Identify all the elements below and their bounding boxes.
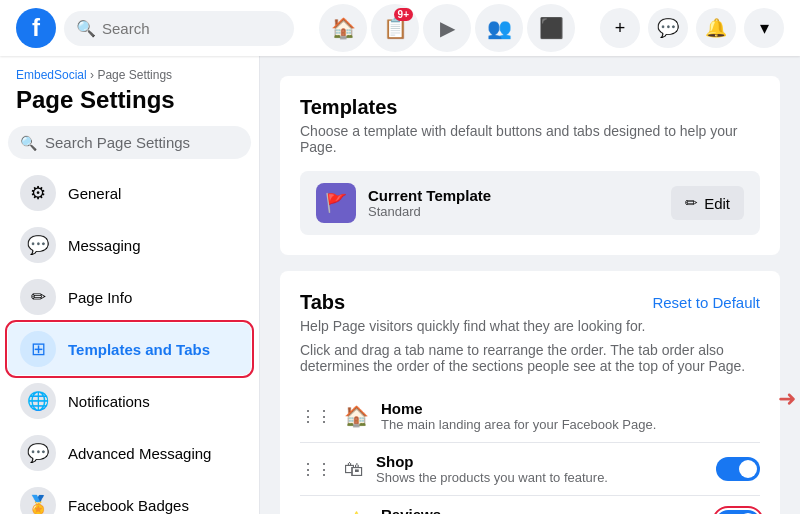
sidebar-item-label: Facebook Badges — [68, 497, 189, 514]
tabs-header: Tabs Reset to Default — [300, 291, 760, 314]
notifications-icon: 🌐 — [20, 383, 56, 419]
facebook-logo[interactable]: f — [16, 8, 56, 48]
tabs-card: Tabs Reset to Default Help Page visitors… — [280, 271, 780, 514]
tab-row-shop: ⋮⋮ 🛍 Shop Shows the products you want to… — [300, 443, 760, 496]
groups-nav-button[interactable]: 👥 — [475, 4, 523, 52]
breadcrumb: EmbedSocial › Page Settings — [8, 68, 251, 86]
breadcrumb-link[interactable]: EmbedSocial — [16, 68, 87, 82]
main-layout: EmbedSocial › Page Settings Page Setting… — [0, 56, 800, 514]
sidebar-item-general[interactable]: ⚙ General — [8, 167, 251, 219]
reviews-tab-icon: ⭐ — [344, 510, 369, 514]
sidebar-item-label: General — [68, 185, 121, 202]
nav-left: f 🔍 — [16, 8, 294, 48]
general-icon: ⚙ — [20, 175, 56, 211]
tab-info-shop: Shop Shows the products you want to feat… — [376, 453, 704, 485]
arrow-right-indicator: ➜ — [778, 386, 796, 412]
edit-icon: ✏ — [685, 194, 698, 212]
drag-handle-shop[interactable]: ⋮⋮ — [300, 460, 332, 479]
templates-title: Templates — [300, 96, 760, 119]
templates-card: Templates Choose a template with default… — [280, 76, 780, 255]
tabs-subtitle: Help Page visitors quickly find what the… — [300, 318, 760, 334]
messenger-button[interactable]: 💬 — [648, 8, 688, 48]
reset-to-default-link[interactable]: Reset to Default — [652, 294, 760, 311]
drag-handle-home[interactable]: ⋮⋮ — [300, 407, 332, 426]
breadcrumb-current: Page Settings — [97, 68, 172, 82]
reviews-toggle-slider — [716, 510, 760, 514]
tab-name-shop: Shop — [376, 453, 704, 470]
notification-badge: 9+ — [394, 8, 413, 21]
tabs-description: Click and drag a tab name to rearrange t… — [300, 342, 760, 374]
page-title: Page Settings — [8, 86, 251, 126]
edit-template-button[interactable]: ✏ Edit — [671, 186, 744, 220]
shop-toggle[interactable] — [716, 457, 760, 481]
notifications-button[interactable]: 🔔 — [696, 8, 736, 48]
edit-label: Edit — [704, 195, 730, 212]
facebook-badges-icon: 🏅 — [20, 487, 56, 514]
shop-tab-icon: 🛍 — [344, 458, 364, 481]
sidebar-search-input[interactable] — [45, 134, 239, 151]
top-nav: f 🔍 🏠 📋 9+ ▶ 👥 ⬛ + 💬 🔔 ▾ — [0, 0, 800, 56]
advanced-messaging-icon: 💬 — [20, 435, 56, 471]
create-button[interactable]: + — [600, 8, 640, 48]
gaming-nav-button[interactable]: ⬛ — [527, 4, 575, 52]
gaming-nav-icon: ⬛ — [539, 16, 564, 40]
sidebar-item-label: Advanced Messaging — [68, 445, 211, 462]
sidebar-item-label: Messaging — [68, 237, 141, 254]
nav-right: + 💬 🔔 ▾ — [600, 8, 784, 48]
tab-desc-home: The main landing area for your Facebook … — [381, 417, 760, 432]
template-flag-icon: 🚩 — [316, 183, 356, 223]
sidebar-item-page-info[interactable]: ✏ Page Info — [8, 271, 251, 323]
home-nav-button[interactable]: 🏠 — [319, 4, 367, 52]
watch-nav-button[interactable]: ▶ — [423, 4, 471, 52]
sidebar-item-label: Templates and Tabs — [68, 341, 210, 358]
templates-tabs-icon: ⊞ — [20, 331, 56, 367]
sidebar-item-label: Page Info — [68, 289, 132, 306]
reviews-toggle[interactable] — [716, 510, 760, 514]
tab-info-home: Home The main landing area for your Face… — [381, 400, 760, 432]
sidebar-item-templates-tabs[interactable]: ⊞ Templates and Tabs — [8, 323, 251, 375]
page-info-icon: ✏ — [20, 279, 56, 315]
nav-search-input[interactable] — [102, 20, 282, 37]
sidebar: EmbedSocial › Page Settings Page Setting… — [0, 56, 260, 514]
tabs-title: Tabs — [300, 291, 345, 314]
tab-row-reviews: ⋮⋮ ⭐ Reviews Shows reviews on your Page … — [300, 496, 760, 514]
messaging-icon: 💬 — [20, 227, 56, 263]
main-content: Templates Choose a template with default… — [260, 56, 800, 514]
sidebar-item-messaging[interactable]: 💬 Messaging — [8, 219, 251, 271]
groups-nav-icon: 👥 — [487, 16, 512, 40]
nav-center: 🏠 📋 9+ ▶ 👥 ⬛ — [294, 4, 600, 52]
tab-name-home: Home — [381, 400, 760, 417]
tab-name-reviews: Reviews — [381, 506, 704, 514]
tab-info-reviews: Reviews Shows reviews on your Page and a… — [381, 506, 704, 514]
tab-row-home: ⋮⋮ 🏠 Home The main landing area for your… — [300, 390, 760, 443]
sidebar-item-facebook-badges[interactable]: 🏅 Facebook Badges — [8, 479, 251, 514]
home-nav-icon: 🏠 — [331, 16, 356, 40]
sidebar-search-icon: 🔍 — [20, 135, 37, 151]
template-row: 🚩 Current Template Standard ✏ Edit — [300, 171, 760, 235]
sidebar-item-notifications[interactable]: 🌐 Notifications — [8, 375, 251, 427]
pages-nav-button[interactable]: 📋 9+ — [371, 4, 419, 52]
nav-search-bar[interactable]: 🔍 — [64, 11, 294, 46]
sidebar-item-advanced-messaging[interactable]: 💬 Advanced Messaging — [8, 427, 251, 479]
templates-subtitle: Choose a template with default buttons a… — [300, 123, 760, 155]
tab-desc-shop: Shows the products you want to feature. — [376, 470, 704, 485]
shop-toggle-slider — [716, 457, 760, 481]
template-name: Current Template — [368, 187, 659, 204]
search-icon: 🔍 — [76, 19, 96, 38]
breadcrumb-separator: › — [87, 68, 98, 82]
account-menu-button[interactable]: ▾ — [744, 8, 784, 48]
sidebar-search[interactable]: 🔍 — [8, 126, 251, 159]
template-info: Current Template Standard — [368, 187, 659, 219]
sidebar-item-label: Notifications — [68, 393, 150, 410]
home-tab-icon: 🏠 — [344, 404, 369, 428]
template-type: Standard — [368, 204, 659, 219]
watch-nav-icon: ▶ — [440, 16, 455, 40]
